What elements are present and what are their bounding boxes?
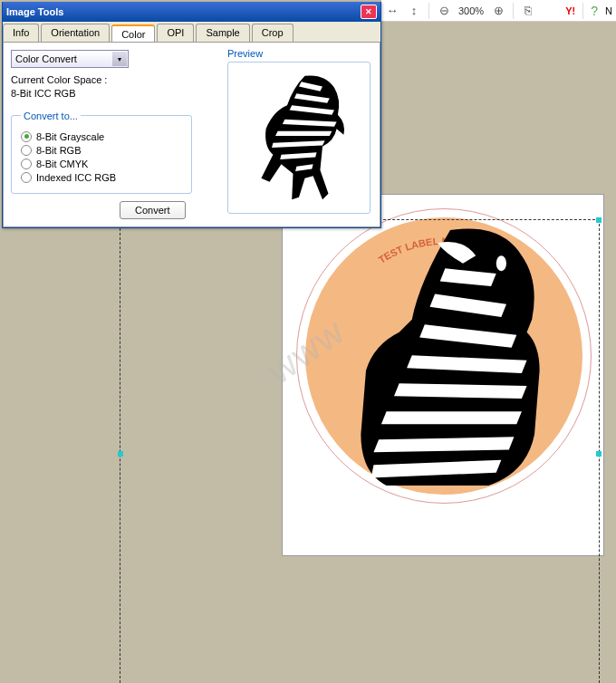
radio-label: 8-Bit RGB (36, 145, 82, 156)
arrow-left-right-icon[interactable]: ↔ (385, 4, 399, 18)
dialog-title: Image Tools (6, 6, 361, 17)
preview-label: Preview (227, 48, 372, 59)
dialog-titlebar[interactable]: Image Tools ✕ (3, 2, 380, 22)
tab-orientation[interactable]: Orientation (41, 24, 110, 42)
tab-sample[interactable]: Sample (196, 24, 249, 42)
toolbar-separator (428, 3, 429, 19)
tab-color[interactable]: Color (111, 24, 155, 43)
color-mode-dropdown[interactable]: Color Convert ▾ (11, 50, 129, 68)
convert-button[interactable]: Convert (120, 201, 186, 219)
help-label[interactable]: N (605, 5, 612, 16)
copy-icon[interactable]: ⎘ (521, 4, 535, 18)
radio-grayscale[interactable]: 8-Bit Grayscale (21, 131, 182, 142)
tab-info[interactable]: Info (3, 24, 39, 42)
radio-icon[interactable] (21, 172, 32, 183)
zoom-value[interactable]: 300% (458, 5, 484, 16)
dropdown-value: Color Convert (15, 53, 77, 64)
radio-cmyk[interactable]: 8-Bit CMYK (21, 159, 182, 169)
main-toolbar: ↔ ↕ ⊖ 300% ⊕ ⎘ Y! ? N (381, 0, 616, 22)
close-button[interactable]: ✕ (361, 5, 377, 19)
arrow-up-down-icon[interactable]: ↕ (407, 4, 421, 18)
tab-bar: Info Orientation Color OPI Sample Crop (3, 22, 380, 42)
radio-icon[interactable] (21, 131, 32, 142)
image-tools-dialog: Image Tools ✕ Info Orientation Color OPI… (2, 2, 381, 228)
radio-icon[interactable] (21, 159, 32, 169)
zebra-preview-image (240, 70, 358, 206)
tab-opi[interactable]: OPI (157, 24, 194, 42)
resize-handle-ml[interactable] (118, 451, 123, 457)
preview-pane: Preview (227, 48, 372, 214)
radio-label: Indexed ICC RGB (36, 172, 116, 183)
yahoo-toolbar-icon[interactable]: Y! (565, 4, 575, 17)
radio-rgb[interactable]: 8-Bit RGB (21, 145, 182, 156)
zoom-out-icon[interactable]: ⊖ (437, 4, 451, 18)
radio-indexed[interactable]: Indexed ICC RGB (21, 172, 182, 183)
tab-crop[interactable]: Crop (252, 24, 294, 42)
resize-handle-tr[interactable] (596, 217, 602, 223)
toolbar-separator (513, 3, 514, 19)
tab-content-color: Color Convert ▾ Current Color Space : 8-… (3, 42, 380, 227)
resize-handle-mr[interactable] (596, 451, 602, 457)
radio-label: 8-Bit Grayscale (36, 131, 104, 142)
selection-marquee[interactable] (120, 219, 600, 683)
zoom-in-icon[interactable]: ⊕ (491, 4, 505, 18)
chevron-down-icon: ▾ (112, 52, 127, 66)
convert-to-fieldset: Convert to... 8-Bit Grayscale 8-Bit RGB … (11, 111, 192, 194)
radio-label: 8-Bit CMYK (36, 159, 88, 169)
toolbar-separator (582, 3, 583, 19)
preview-box (227, 62, 371, 214)
fieldset-legend: Convert to... (21, 111, 81, 121)
help-icon[interactable]: ? (591, 4, 598, 18)
radio-icon[interactable] (21, 145, 32, 156)
